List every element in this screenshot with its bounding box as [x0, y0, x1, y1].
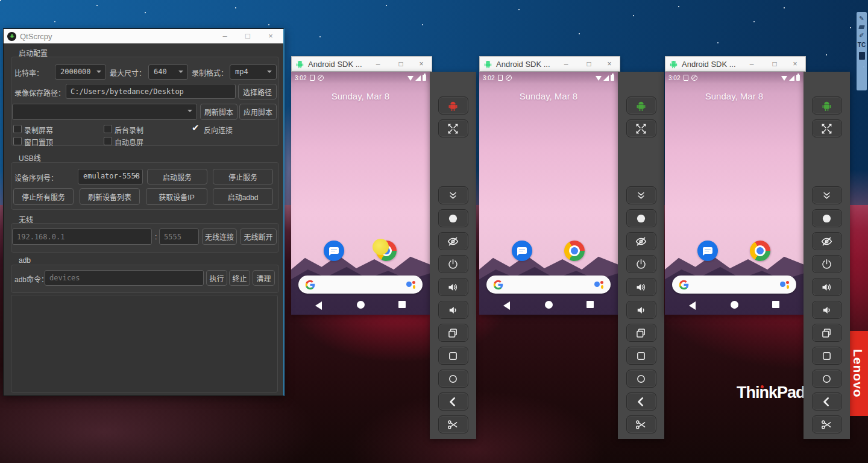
- google-search-bar[interactable]: [298, 276, 423, 294]
- nav-recents-button[interactable]: [772, 301, 779, 308]
- chrome-app-icon[interactable]: [376, 241, 397, 261]
- expand-menu-button[interactable]: [626, 186, 656, 204]
- adb-clear-button[interactable]: 清理: [253, 270, 275, 286]
- chrome-app-icon[interactable]: [750, 241, 770, 261]
- assistant-mic-icon[interactable]: [780, 280, 790, 289]
- save-path-input[interactable]: [66, 84, 236, 99]
- maximize-button[interactable]: □: [767, 57, 782, 72]
- expand-menu-button[interactable]: [812, 186, 842, 204]
- emulator-title-bar[interactable]: Android SDK ... – □ ×: [291, 56, 432, 72]
- home-button[interactable]: [812, 370, 842, 388]
- screen-clip-button[interactable]: [626, 415, 656, 433]
- menu-button[interactable]: [812, 347, 842, 365]
- screen-clip-button[interactable]: [812, 415, 842, 433]
- screen-clip-button[interactable]: [438, 415, 468, 433]
- minimize-button[interactable]: –: [744, 57, 760, 72]
- close-button[interactable]: ×: [262, 29, 280, 43]
- apply-script-button[interactable]: 应用脚本: [239, 104, 277, 120]
- power-button[interactable]: [438, 255, 468, 273]
- stop-service-button[interactable]: 停止服务: [213, 169, 273, 184]
- record-format-select[interactable]: mp4: [230, 65, 277, 80]
- app-switch-button[interactable]: [812, 324, 842, 342]
- hide-screen-button[interactable]: [626, 232, 656, 250]
- wireless-disconnect-button[interactable]: 无线断开: [240, 228, 277, 245]
- messages-app-icon[interactable]: [697, 241, 718, 261]
- background-record-checkbox[interactable]: [104, 125, 112, 133]
- nav-back-button[interactable]: [315, 301, 322, 310]
- wireless-ip-input[interactable]: [12, 228, 152, 245]
- power-button[interactable]: [812, 255, 842, 273]
- emulator-title-bar[interactable]: Android SDK ... – □ ×: [479, 56, 620, 72]
- minimize-button[interactable]: –: [216, 29, 234, 43]
- menu-button[interactable]: [626, 347, 656, 365]
- bitrate-select[interactable]: 2000000: [55, 65, 106, 80]
- auto-screen-off-checkbox[interactable]: [104, 137, 112, 145]
- close-button[interactable]: ×: [787, 57, 803, 72]
- screenshot-button[interactable]: [812, 209, 842, 227]
- minimize-button[interactable]: –: [558, 57, 574, 72]
- back-button[interactable]: [812, 392, 842, 411]
- hide-screen-button[interactable]: [438, 232, 468, 250]
- group-control-button[interactable]: [812, 96, 842, 115]
- nav-back-button[interactable]: [689, 301, 696, 310]
- minimize-button[interactable]: –: [370, 57, 386, 72]
- serial-select[interactable]: emulator-5558: [78, 169, 143, 184]
- volume-up-button[interactable]: [438, 278, 468, 296]
- record-screen-checkbox[interactable]: [13, 125, 22, 133]
- nav-recents-button[interactable]: [398, 301, 406, 308]
- google-search-bar[interactable]: [672, 276, 796, 294]
- wireless-connect-button[interactable]: 无线连接: [202, 228, 237, 245]
- color-swatch[interactable]: [859, 52, 865, 60]
- messages-app-icon[interactable]: [512, 241, 532, 261]
- menu-button[interactable]: [438, 347, 468, 365]
- nav-recents-button[interactable]: [587, 301, 594, 308]
- close-button[interactable]: ×: [414, 57, 429, 72]
- maximize-button[interactable]: □: [393, 57, 409, 72]
- nav-back-button[interactable]: [503, 301, 510, 310]
- group-control-button[interactable]: [626, 96, 656, 115]
- get-device-ip-button[interactable]: 获取设备IP: [146, 188, 207, 205]
- window-on-top-checkbox[interactable]: [13, 137, 22, 145]
- pen-icon[interactable]: ✐: [859, 33, 864, 39]
- adb-terminate-button[interactable]: 终止: [229, 270, 250, 286]
- messages-app-icon[interactable]: [324, 241, 344, 261]
- expand-menu-button[interactable]: [438, 186, 468, 204]
- wireless-port-input[interactable]: [159, 228, 199, 245]
- start-service-button[interactable]: 启动服务: [147, 169, 207, 184]
- refresh-device-list-button[interactable]: 刷新设备列表: [80, 188, 140, 205]
- fullscreen-button[interactable]: [438, 119, 468, 137]
- nav-home-button[interactable]: [731, 301, 738, 309]
- screenshot-button[interactable]: [626, 209, 656, 227]
- fullscreen-button[interactable]: [626, 119, 656, 137]
- maximize-button[interactable]: □: [239, 29, 257, 43]
- nav-home-button[interactable]: [357, 301, 365, 309]
- emulator-title-bar[interactable]: Android SDK ... – □ ×: [665, 56, 806, 72]
- volume-down-button[interactable]: [626, 301, 656, 319]
- back-button[interactable]: [626, 392, 656, 411]
- android-screen[interactable]: 3:02 Sunday, Mar 8: [479, 72, 618, 315]
- home-button[interactable]: [626, 370, 656, 388]
- adb-command-input[interactable]: [45, 270, 204, 286]
- assistant-mic-icon[interactable]: [406, 280, 416, 289]
- pencil-icon[interactable]: ✎: [859, 16, 864, 22]
- nav-home-button[interactable]: [545, 301, 553, 309]
- start-adbd-button[interactable]: 启动adbd: [213, 188, 273, 205]
- close-button[interactable]: ×: [602, 57, 617, 72]
- console-output[interactable]: [11, 295, 278, 392]
- volume-up-button[interactable]: [626, 278, 656, 296]
- max-size-select[interactable]: 640: [148, 65, 188, 80]
- home-button[interactable]: [438, 370, 468, 388]
- app-switch-button[interactable]: [626, 324, 656, 342]
- reverse-connect-checkbox[interactable]: ✔: [192, 124, 200, 132]
- assistant-mic-icon[interactable]: [594, 280, 604, 289]
- group-control-button[interactable]: [438, 96, 468, 115]
- volume-down-button[interactable]: [438, 301, 468, 319]
- maximize-button[interactable]: □: [581, 57, 597, 72]
- chrome-app-icon[interactable]: [564, 241, 585, 261]
- hide-screen-button[interactable]: [812, 232, 842, 250]
- screenshot-button[interactable]: [438, 209, 468, 227]
- app-switch-button[interactable]: [438, 324, 468, 342]
- android-screen[interactable]: 3:02 Sunday, Mar 8: [291, 72, 430, 315]
- stop-all-services-button[interactable]: 停止所有服务: [13, 188, 74, 205]
- back-button[interactable]: [438, 392, 468, 411]
